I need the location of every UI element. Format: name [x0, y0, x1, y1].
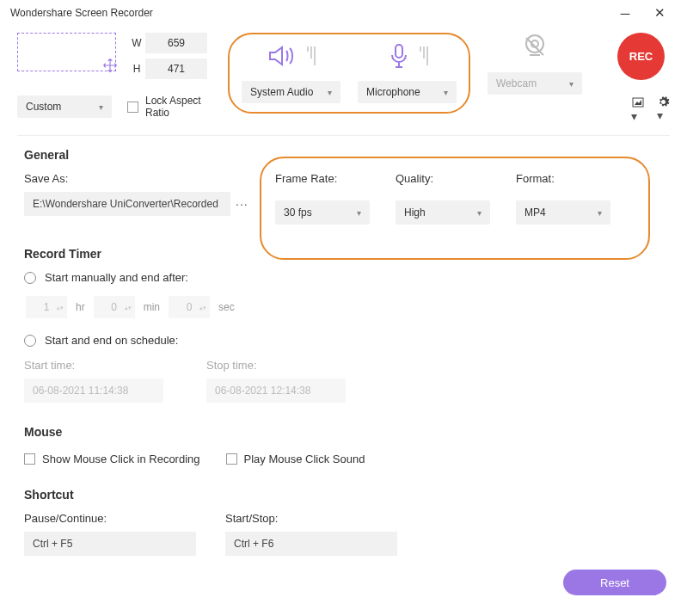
save-path-input[interactable]	[24, 192, 230, 216]
startstop-shortcut-label: Start/Stop:	[225, 512, 397, 525]
microphone-select[interactable]: Microphone ▾	[358, 81, 457, 103]
move-icon	[102, 58, 118, 73]
timer-manual-radio[interactable]	[24, 272, 36, 284]
close-button[interactable]: ✕	[642, 5, 677, 21]
start-time-input[interactable]	[24, 379, 163, 403]
settings-icon[interactable]: ▾	[657, 95, 670, 123]
lock-aspect-checkbox[interactable]	[127, 102, 138, 113]
show-click-label: Show Mouse Click in Recording	[42, 453, 200, 465]
width-label: W	[128, 37, 145, 49]
timer-schedule-radio[interactable]	[24, 335, 36, 347]
system-audio-select[interactable]: System Audio ▾	[242, 81, 340, 103]
lock-aspect-label: Lock Aspect Ratio	[145, 95, 205, 120]
seconds-spinner[interactable]: 0▴▾	[169, 296, 210, 318]
chevron-down-icon: ▾	[357, 208, 361, 218]
record-button[interactable]: REC	[617, 33, 665, 80]
height-input[interactable]	[145, 59, 207, 79]
audio-section: System Audio ▾ Microphone ▾	[228, 33, 470, 114]
framerate-select[interactable]: 30 fps▾	[275, 200, 370, 225]
show-click-checkbox[interactable]	[24, 453, 35, 465]
speaker-icon	[267, 43, 298, 69]
preset-value: Custom	[26, 101, 61, 113]
mouse-heading: Mouse	[24, 425, 663, 439]
capture-region-preview[interactable]	[17, 33, 116, 71]
timer-manual-label: Start manually and end after:	[45, 271, 188, 284]
chevron-down-icon: ▾	[444, 88, 448, 97]
chevron-down-icon: ▾	[328, 88, 332, 97]
window-title: Wondershare Screen Recorder	[10, 7, 608, 19]
webcam-select[interactable]: Webcam ▾	[488, 72, 582, 95]
framerate-label: Frame Rate:	[275, 172, 370, 185]
mic-level-bars	[420, 46, 428, 65]
speaker-level-bars	[307, 46, 316, 65]
chevron-down-icon: ▾	[598, 208, 602, 218]
startstop-shortcut-input[interactable]	[225, 532, 397, 556]
browse-path-button[interactable]: ···	[236, 197, 248, 211]
quality-select[interactable]: High▾	[396, 200, 490, 225]
start-time-label: Start time:	[24, 359, 163, 372]
screenshot-tool-icon[interactable]: ▾	[631, 95, 645, 123]
svg-point-1	[526, 35, 543, 52]
titlebar: Wondershare Screen Recorder ─ ✕	[0, 0, 687, 26]
width-input[interactable]	[145, 33, 207, 53]
height-label: H	[128, 63, 145, 75]
shortcut-heading: Shortcut	[24, 488, 663, 502]
stop-time-input[interactable]	[206, 379, 346, 403]
minimize-button[interactable]: ─	[608, 6, 642, 21]
format-select[interactable]: MP4▾	[516, 200, 610, 225]
quality-label: Quality:	[396, 172, 490, 185]
general-heading: General	[24, 148, 663, 162]
svg-rect-0	[396, 45, 402, 58]
webcam-icon	[521, 33, 549, 60]
play-sound-checkbox[interactable]	[226, 453, 237, 465]
chevron-down-icon: ▾	[569, 79, 574, 89]
chevron-down-icon: ▾	[477, 208, 482, 218]
pause-shortcut-label: Pause/Continue:	[24, 512, 196, 525]
timer-heading: Record Timer	[24, 247, 663, 261]
reset-button[interactable]: Reset	[563, 570, 666, 595]
minutes-spinner[interactable]: 0▴▾	[94, 296, 135, 318]
format-label: Format:	[516, 172, 610, 185]
chevron-down-icon: ▾	[99, 102, 103, 112]
hours-spinner[interactable]: 1▴▾	[26, 296, 67, 318]
stop-time-label: Stop time:	[206, 359, 346, 372]
preset-select[interactable]: Custom ▾	[17, 95, 112, 118]
microphone-icon	[387, 43, 411, 69]
pause-shortcut-input[interactable]	[24, 532, 196, 556]
timer-schedule-label: Start and end on schedule:	[45, 334, 178, 347]
play-sound-label: Play Mouse Click Sound	[244, 453, 365, 465]
